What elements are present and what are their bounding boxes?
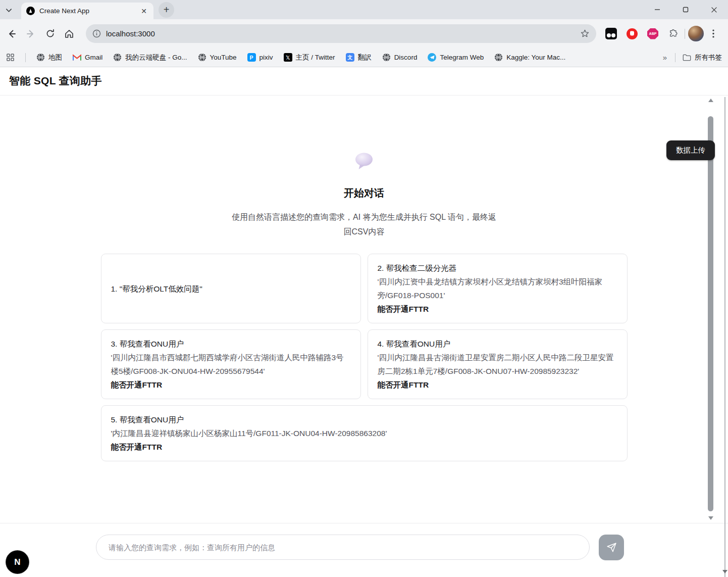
empty-state: 开始对话 使用自然语言描述您的查询需求，AI 将为您生成并执行 SQL 语句，最… [0,95,728,239]
bookmark-label: 主页 / Twitter [296,53,335,62]
bookmark-label: 翻訳 [358,53,372,62]
tampermonkey-extension-icon[interactable] [605,28,617,39]
example-title: 3. 帮我查看ONU用户 [111,337,351,351]
bookmark-kaggle[interactable]: Kaggle: Your Mac... [494,53,565,62]
home-icon [64,29,74,39]
maximize-icon [683,7,689,13]
kebab-menu-icon [712,29,714,38]
window-close-button[interactable] [700,0,728,19]
forward-button[interactable] [21,24,40,43]
tab-close-icon[interactable]: ✕ [139,7,148,16]
bookmarks-overflow-button[interactable]: » [663,53,668,62]
bookmark-youtube[interactable]: YouTube [198,53,237,62]
example-card-5[interactable]: 5. 帮我查看ONU用户 '内江隆昌县迎祥镇杨家山小区杨家山11号/GF011-… [101,405,628,461]
bookmark-label: 我的云端硬盘 - Go... [125,53,187,62]
folder-icon [683,54,691,61]
example-title: 1. "帮我分析OLT低效问题" [111,282,202,296]
example-card-4[interactable]: 4. 帮我查看ONU用户 '四川内江隆昌县古湖街道卫星安置房二期小区人民中路二段… [368,329,628,399]
nextjs-dev-badge[interactable]: N [6,551,29,573]
tab-search-button[interactable] [2,4,15,17]
gmail-icon [73,54,81,61]
send-button[interactable] [599,535,624,560]
send-icon [606,542,617,553]
window-minimize-button[interactable] [643,0,671,19]
apps-grid-icon[interactable] [6,53,15,62]
chat-area: 数据上传 开始对话 使用自然语言描述您的查询需求，AI 将为您生成并执 [0,95,728,523]
example-address: '四川内江隆昌县古湖街道卫星安置房二期小区人民中路二段卫星安置房二期2栋1单元7… [378,351,617,378]
composer: N [0,523,728,577]
bookmark-label: YouTube [210,54,237,61]
query-input[interactable] [96,535,590,560]
reload-icon [45,29,55,38]
outer-scroll-down-arrow-icon [722,570,727,573]
bookmarks-separator [25,53,26,62]
page-title: 智能 SQL 查询助手 [9,75,102,86]
bookmark-gmail[interactable]: Gmail [73,54,102,61]
extensions-puzzle-icon[interactable] [668,28,679,39]
telegram-icon [428,53,436,62]
close-icon [711,7,717,13]
browser-menu-button[interactable] [704,24,723,43]
example-question: 能否开通FTTR [378,302,617,316]
site-info-icon[interactable] [92,29,101,38]
bookmark-label: Gmail [85,54,102,61]
empty-state-heading: 开始对话 [0,186,728,200]
bookmark-label: Telegram Web [440,54,484,61]
example-question: 能否开通FTTR [378,378,617,392]
bookmarks-bar: 地图 Gmail 我的云端硬盘 - Go... YouTube P pixiv … [0,48,728,67]
globe-icon [36,53,45,62]
address-url[interactable]: localhost:3000 [106,29,580,38]
pixiv-icon: P [247,53,256,62]
app-page: 智能 SQL 查询助手 数据上传 开始对话 使 [0,67,728,577]
bookmark-label: pixiv [259,54,273,61]
home-button[interactable] [60,24,79,43]
address-bar[interactable]: localhost:3000 [86,24,596,43]
app-header: 智能 SQL 查询助手 [0,67,728,95]
globe-icon [198,53,206,62]
example-card-3[interactable]: 3. 帮我查看ONU用户 '四川内江隆昌市西城郡七期西城学府小区古湖街道人民中路… [101,329,361,399]
empty-state-description: 使用自然语言描述您的查询需求，AI 将为您生成并执行 SQL 语句，最终返回CS… [229,210,499,239]
scrollbar-up-arrow-icon[interactable] [708,99,713,102]
back-button[interactable] [2,24,21,43]
forward-arrow-icon [26,29,36,39]
speech-balloon-icon [353,152,375,171]
globe-icon [382,53,391,62]
example-card-1[interactable]: 1. "帮我分析OLT低效问题" [101,254,361,323]
bookmark-label: 地图 [48,53,62,62]
bookmark-drive[interactable]: 我的云端硬盘 - Go... [113,53,187,62]
bookmark-translate[interactable]: 文 翻訳 [346,53,372,62]
bookmark-discord[interactable]: Discord [382,53,418,62]
window-maximize-button[interactable] [671,0,700,19]
scrollbar-down-arrow-icon[interactable] [708,516,713,520]
bookmark-star-icon[interactable] [580,29,590,38]
example-title: 2. 帮我检查二级分光器 [378,261,617,275]
nextjs-favicon-icon [26,7,35,15]
bookmark-twitter[interactable]: 𝕏 主页 / Twitter [284,53,335,62]
reload-button[interactable] [40,24,60,43]
bookmarks-separator [675,53,675,62]
globe-icon [113,53,122,62]
browser-tab[interactable]: Create Next App ✕ [21,3,153,19]
bookmark-maps[interactable]: 地图 [36,53,62,62]
example-address: '四川内江资中县龙结镇方家坝村小区龙结镇方家坝村3组叶阳福家旁/GF018-PO… [378,275,617,302]
bookmark-pixiv[interactable]: P pixiv [247,53,273,62]
adblock-extension-icon[interactable] [627,28,638,39]
browser-toolbar: localhost:3000 ABP [0,19,728,48]
bookmark-label: Kaggle: Your Mac... [506,54,565,61]
example-card-2[interactable]: 2. 帮我检查二级分光器 '四川内江资中县龙结镇方家坝村小区龙结镇方家坝村3组叶… [368,254,628,323]
all-bookmarks-button[interactable]: 所有书签 [683,53,722,62]
back-arrow-icon [7,29,17,39]
toolbar-separator [685,29,685,39]
translate-icon: 文 [346,53,354,62]
tab-title: Create Next App [39,7,135,15]
adblock-plus-extension-icon[interactable]: ABP [647,28,658,39]
example-title: 4. 帮我查看ONU用户 [378,337,617,351]
bookmark-telegram[interactable]: Telegram Web [428,53,484,62]
data-upload-button[interactable]: 数据上传 [666,140,715,160]
example-question: 能否开通FTTR [111,440,617,454]
scrollbar-thumb[interactable] [708,116,713,511]
new-tab-button[interactable]: + [159,2,174,18]
profile-avatar[interactable] [688,26,704,41]
example-address: '内江隆昌县迎祥镇杨家山小区杨家山11号/GF011-JK-ONU04-HW-2… [111,426,617,440]
example-title: 5. 帮我查看ONU用户 [111,413,617,426]
